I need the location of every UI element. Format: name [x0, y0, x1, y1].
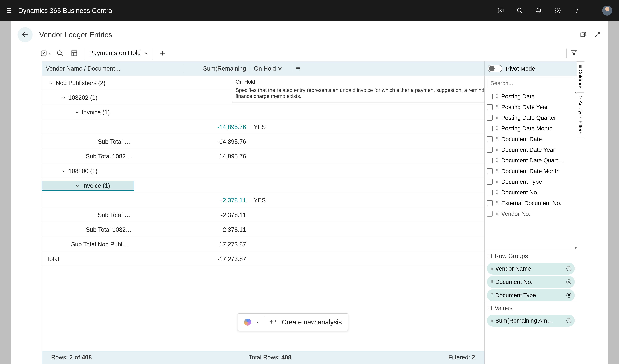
drag-handle-icon[interactable]: ⠿: [490, 279, 493, 284]
copilot-header-icon[interactable]: [497, 7, 504, 14]
drag-handle-icon[interactable]: ⠿: [496, 158, 498, 163]
column-checkbox-item[interactable]: ⠿Document Date Month: [487, 166, 575, 176]
copilot-float-bar: ✦⁺ Create new analysis: [238, 313, 348, 331]
checkbox[interactable]: [487, 136, 493, 142]
side-tab-columns[interactable]: Columns: [577, 61, 585, 93]
checkbox[interactable]: [487, 200, 493, 206]
column-header-group[interactable]: Vendor Name / Document…: [42, 65, 183, 72]
drag-handle-icon[interactable]: ⠿: [496, 179, 498, 184]
group-row[interactable]: Invoice (1): [42, 105, 484, 120]
settings-icon[interactable]: [554, 7, 561, 14]
drag-handle-icon[interactable]: ⠿: [496, 126, 498, 131]
drag-handle-icon[interactable]: ⠿: [496, 190, 498, 195]
add-tab-button[interactable]: [158, 49, 167, 57]
checkbox[interactable]: [487, 94, 493, 99]
column-header-sum[interactable]: Sum(Remaining: [183, 64, 250, 73]
column-checkbox-item[interactable]: ⠿Posting Date Year: [487, 102, 575, 112]
column-header-onhold[interactable]: On Hold: [250, 64, 293, 73]
svg-marker-27: [579, 96, 582, 99]
copilot-icon[interactable]: [244, 319, 251, 325]
tooltip-title: On Hold: [236, 79, 484, 85]
drag-handle-icon[interactable]: ⠿: [496, 115, 498, 121]
pivot-mode-toggle[interactable]: [488, 65, 502, 72]
search-icon[interactable]: [516, 7, 523, 14]
user-avatar[interactable]: [602, 6, 612, 16]
row-group-pill[interactable]: ⠿Vendor Name✕: [487, 263, 575, 275]
drag-handle-icon[interactable]: ⠿: [496, 105, 498, 110]
remove-icon[interactable]: ✕: [566, 279, 572, 284]
checkbox[interactable]: [487, 147, 493, 153]
side-tab-analysis-filters[interactable]: Analysis Filters: [577, 93, 585, 137]
chevron-down-icon[interactable]: [59, 95, 69, 100]
onhold-cell: YES: [250, 124, 293, 131]
column-checkbox-item[interactable]: ⠿Document Date: [487, 134, 575, 144]
column-checkbox-item[interactable]: ⠿Posting Date: [487, 91, 575, 102]
remove-icon[interactable]: ✕: [566, 266, 572, 271]
chevron-down-icon[interactable]: [73, 183, 82, 188]
column-checkbox-item[interactable]: ⠿Vendor No.: [487, 208, 575, 219]
pivot-mode-label: Pivot Mode: [506, 65, 535, 72]
analysis-tab[interactable]: Payments on Hold: [85, 47, 153, 60]
help-icon[interactable]: [573, 7, 580, 14]
column-checkbox-item[interactable]: ⠿Posting Date Month: [487, 123, 575, 134]
layout-icon[interactable]: [70, 49, 78, 57]
drag-handle-icon[interactable]: ⠿: [496, 147, 498, 152]
chevron-down-icon[interactable]: [256, 320, 259, 324]
chevron-down-icon[interactable]: [46, 81, 56, 85]
column-checkbox-item[interactable]: ⠿Document Date Quart…: [487, 155, 575, 166]
chevron-down-icon[interactable]: [72, 110, 82, 115]
drag-handle-icon[interactable]: ⠿: [490, 293, 493, 298]
remaining-amount-cell[interactable]: -2,378.11: [183, 197, 250, 204]
drag-handle-icon[interactable]: ⠿: [496, 94, 498, 99]
row-group-pill[interactable]: ⠿Document Type✕: [487, 289, 575, 301]
notifications-icon[interactable]: [535, 7, 542, 14]
checkbox[interactable]: [487, 104, 493, 110]
checkbox[interactable]: [487, 189, 493, 195]
grid-status-bar: Rows: 2 of 408 Total Rows: 408 Filtered:…: [42, 351, 484, 364]
svg-text:Σ: Σ: [489, 306, 491, 310]
drag-handle-icon[interactable]: ⠿: [496, 201, 498, 206]
chevron-down-icon[interactable]: [59, 169, 69, 174]
collapse-icon[interactable]: [593, 31, 601, 39]
column-checkbox-item[interactable]: ⠿Document Type: [487, 176, 575, 187]
checkbox[interactable]: [487, 168, 493, 174]
value-pill[interactable]: ⠿Sum(Remaining Am…✕: [487, 314, 575, 326]
drag-handle-icon[interactable]: ⠿: [496, 211, 498, 216]
drag-handle-icon[interactable]: ⠿: [490, 318, 493, 323]
remaining-amount-cell[interactable]: -14,895.76: [183, 124, 250, 131]
checkbox[interactable]: [487, 115, 493, 121]
column-checkbox-item[interactable]: ⠿Posting Date Quarter: [487, 112, 575, 123]
drag-handle-icon[interactable]: ⠿: [496, 169, 498, 174]
checkbox[interactable]: [487, 126, 493, 131]
group-row[interactable]: 108200 (1): [42, 164, 484, 178]
filter-pane-icon[interactable]: [571, 50, 577, 57]
columns-search-input[interactable]: [488, 78, 574, 88]
drag-handle-icon[interactable]: ⠿: [490, 266, 493, 271]
checkbox[interactable]: [487, 179, 493, 185]
column-menu-icon[interactable]: [293, 64, 303, 73]
create-analysis-button[interactable]: Create new analysis: [282, 318, 342, 326]
grid-body: On Hold Specifies that the related entry…: [42, 76, 484, 351]
column-checkbox-item[interactable]: ⠿Document Date Year: [487, 144, 575, 155]
open-new-window-icon[interactable]: [579, 31, 587, 39]
data-row[interactable]: -14,895.76 YES: [42, 120, 484, 135]
back-button[interactable]: [18, 27, 33, 42]
row-group-pill[interactable]: ⠿Document No.✕: [487, 276, 575, 288]
search-list-icon[interactable]: [56, 49, 64, 57]
data-row[interactable]: -2,378.11 YES: [42, 193, 484, 208]
checkbox[interactable]: [487, 211, 493, 216]
column-checkbox-item[interactable]: ⠿Document No.: [487, 187, 575, 198]
status-total-rows: Total Rows: 408: [249, 354, 292, 361]
values-header: Σ Values: [485, 302, 577, 314]
remove-icon[interactable]: ✕: [566, 293, 572, 298]
svg-point-4: [577, 12, 577, 13]
group-row-selected[interactable]: Invoice (1): [42, 178, 484, 193]
copilot-toolbar-icon[interactable]: [42, 49, 50, 57]
drag-handle-icon[interactable]: ⠿: [496, 137, 498, 142]
app-launcher-icon[interactable]: [7, 8, 11, 13]
checkbox[interactable]: [487, 158, 493, 163]
remove-icon[interactable]: ✕: [566, 318, 572, 323]
svg-point-3: [557, 10, 559, 12]
column-checkbox-item[interactable]: ⠿External Document No.: [487, 198, 575, 208]
columns-list[interactable]: ▲ ⠿Posting Date ⠿Posting Date Year ⠿Post…: [485, 91, 577, 250]
